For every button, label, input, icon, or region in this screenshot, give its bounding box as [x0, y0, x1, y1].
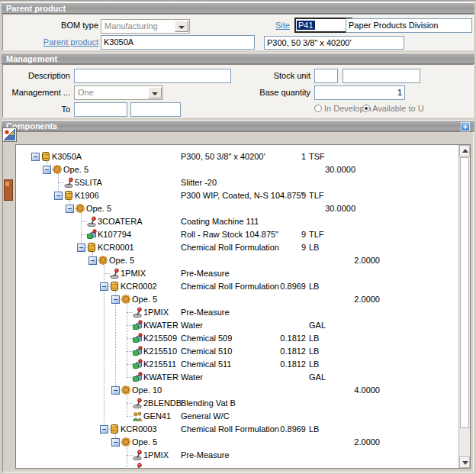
- scroll-down-button[interactable]: [459, 456, 470, 468]
- expand-toggle[interactable]: [66, 205, 74, 213]
- product-icon: [63, 190, 74, 201]
- expand-toggle[interactable]: [111, 295, 120, 304]
- tree-operation-quantity: 2.0000: [319, 256, 380, 266]
- tree-scrollbar[interactable]: [458, 145, 470, 468]
- tree-row[interactable]: Ope. 104.0000: [16, 384, 458, 397]
- site-link[interactable]: Site: [230, 20, 290, 31]
- tree-row[interactable]: 5SLITASlitter -20: [16, 176, 458, 189]
- tree-row[interactable]: 1PMIXPre-Measure: [16, 267, 458, 280]
- parent-product-description-field: P300, 50 3/8" x 40200': [264, 36, 404, 50]
- base-quantity-label: Base quantity: [252, 87, 310, 98]
- in-development-radio[interactable]: [314, 105, 322, 112]
- expand-toggle[interactable]: [43, 166, 51, 174]
- tree-item-code: KWATER: [143, 321, 178, 331]
- parent-product-body: BOM type Manufacturing Site P41 Paper Pr…: [2, 14, 474, 50]
- tree-item-code: KCR0003: [121, 424, 157, 434]
- tree-connector: [127, 304, 127, 378]
- tree-row[interactable]: Ope. 52.0000: [16, 436, 458, 449]
- gear-icon: [52, 164, 63, 175]
- tree-row[interactable]: [16, 462, 458, 468]
- tree-item-unit: LB: [309, 334, 319, 343]
- tree-item-quantity: 0.1812: [245, 347, 306, 356]
- expand-panel-icon[interactable]: [461, 122, 470, 131]
- expand-toggle[interactable]: [77, 243, 85, 252]
- tree-row[interactable]: K215511Chemical 5110.1812LB: [16, 358, 458, 371]
- material-icon: [132, 346, 143, 356]
- side-tab-handle[interactable]: [4, 179, 13, 201]
- expand-toggle[interactable]: [88, 256, 97, 265]
- tree-item-description: Slitter -20: [181, 178, 217, 188]
- to-description-field: [130, 102, 181, 117]
- tree-item-code: Ope. 5: [132, 437, 157, 447]
- chart-corner-icon[interactable]: [2, 127, 17, 142]
- tree-row[interactable]: K215509Chemical 5090.1812LB: [16, 332, 458, 345]
- tree-item-description: Blending Vat B: [181, 398, 236, 408]
- stock-unit-input[interactable]: [314, 69, 338, 83]
- tree-item-unit: LB: [309, 243, 319, 253]
- expand-toggle[interactable]: [100, 282, 108, 291]
- expand-toggle[interactable]: [111, 438, 120, 447]
- product-icon: [109, 424, 120, 434]
- site-input[interactable]: P41: [294, 18, 352, 33]
- tree-row[interactable]: K3050AP300, 50 3/8" x 40200'1TSF: [16, 150, 458, 163]
- tree-item-code: Ope. 10: [132, 385, 162, 395]
- tree-row[interactable]: KWATERWaterGAL: [16, 319, 458, 332]
- management-header-title: Management: [6, 54, 57, 63]
- available-to-use-radio[interactable]: [362, 105, 370, 112]
- machine-icon: [132, 450, 143, 460]
- management-mode-dropdown-button[interactable]: [148, 87, 162, 98]
- expand-toggle[interactable]: [31, 153, 40, 161]
- base-quantity-input[interactable]: 1: [314, 85, 405, 100]
- tree-row[interactable]: KCR0001Chemical Roll Formulation9LB: [16, 241, 458, 254]
- tree-row[interactable]: KCR0003Chemical Roll Formulation0.8969LB: [16, 423, 458, 436]
- arrow-down-icon: [462, 461, 468, 465]
- material-icon: [86, 229, 97, 240]
- to-label: To: [9, 104, 70, 114]
- tree-row[interactable]: Ope. 530.0000: [16, 202, 458, 215]
- tree-row[interactable]: KWATERWaterGAL: [16, 371, 458, 384]
- chevron-down-icon: [152, 92, 158, 95]
- management-mode-select[interactable]: One: [74, 85, 163, 100]
- description-input[interactable]: [74, 69, 231, 83]
- tree-item-code: KCR0001: [98, 243, 134, 253]
- parent-product-input[interactable]: K3050A: [101, 35, 255, 50]
- tree-item-code: K215511: [143, 360, 176, 369]
- parent-product-panel: Parent product BOM type Manufacturing Si…: [2, 2, 474, 50]
- gear-icon: [75, 203, 85, 214]
- to-input[interactable]: [74, 102, 127, 117]
- tree-row[interactable]: Ope. 530.0000: [16, 163, 458, 176]
- tree-row[interactable]: Ope. 52.0000: [16, 293, 458, 306]
- material-icon: [132, 320, 143, 331]
- tree-row[interactable]: 1PMIXPre-Measure: [16, 306, 458, 319]
- tree-row[interactable]: 3COATERACoating Machine 111: [16, 215, 458, 228]
- tree-row[interactable]: 1PMIXPre-Measure: [16, 449, 458, 462]
- expand-toggle[interactable]: [54, 192, 63, 200]
- tree-row[interactable]: 2BLENDBBlending Vat B: [16, 397, 458, 410]
- tree-row[interactable]: K107794Roll - Raw Stock 104.875"9TLF: [16, 228, 458, 241]
- parent-product-link[interactable]: Parent product: [24, 37, 98, 47]
- tree-item-unit: LB: [309, 282, 319, 292]
- tree-item-quantity: 0.8969: [245, 424, 306, 434]
- tree-item-description: Pre-Measure: [181, 450, 230, 460]
- tree-row[interactable]: Ope. 52.0000: [16, 254, 458, 267]
- tree-row[interactable]: K215510Chemical 5100.1812LB: [16, 345, 458, 358]
- bom-type-select[interactable]: Manufacturing: [101, 19, 190, 34]
- tree-row[interactable]: K1906P300 WIP, Coated, N-S 104.875"9TLF: [16, 189, 458, 202]
- tree-item-code: KCR0002: [121, 282, 157, 292]
- tree-item-code: 5SLITA: [75, 178, 102, 188]
- tree-item-code: 1PMIX: [143, 450, 169, 460]
- tree-item-description: Chemical 511: [181, 360, 231, 369]
- available-to-use-radio-label: Available to U: [372, 104, 424, 114]
- tree-row[interactable]: GEN41General W/C: [16, 410, 458, 423]
- tree-operation-quantity: 30.0000: [294, 165, 355, 175]
- expand-toggle[interactable]: [111, 386, 120, 395]
- expand-toggle[interactable]: [100, 425, 108, 434]
- machine-icon: [132, 398, 143, 408]
- stock-unit-description-field: [343, 69, 420, 83]
- tree-item-code: KWATER: [143, 372, 178, 382]
- scrollbar-thumb[interactable]: [460, 157, 469, 428]
- scroll-up-button[interactable]: [459, 145, 470, 156]
- components-panel: Components K3050AP300, 50 3/8" x 40200'1…: [2, 120, 474, 472]
- bom-type-dropdown-button[interactable]: [175, 21, 188, 32]
- tree-row[interactable]: KCR0002Chemical Roll Formulation0.8969LB: [16, 280, 458, 293]
